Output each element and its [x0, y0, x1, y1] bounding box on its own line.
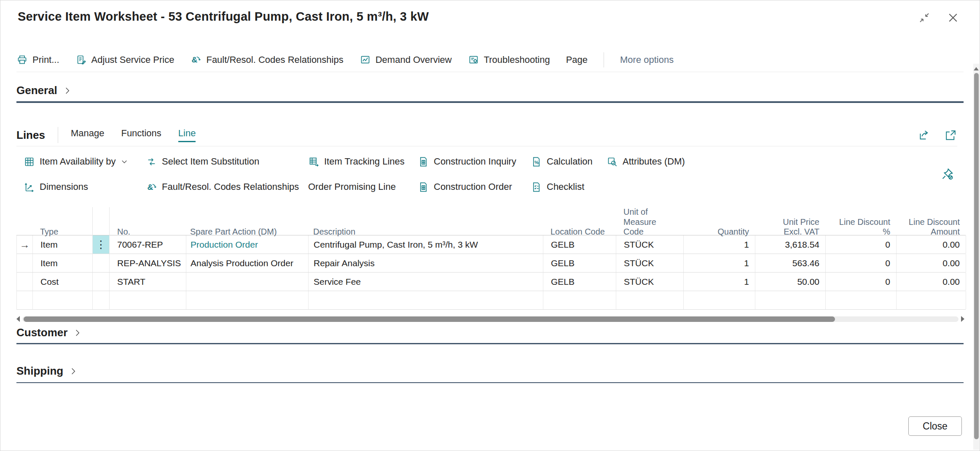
item-tracking-lines-button[interactable]: Item Tracking Lines: [308, 156, 418, 167]
no-cell[interactable]: REP-ANALYSIS: [110, 254, 186, 272]
type-cell[interactable]: Cost: [33, 273, 93, 291]
description-cell[interactable]: Service Fee: [309, 273, 543, 291]
open-in-new-window-icon[interactable]: [944, 129, 957, 142]
line-discount-amount-cell[interactable]: 0.00: [897, 235, 966, 254]
unit-price-cell[interactable]: [755, 291, 826, 309]
spare-part-action-cell[interactable]: Production Order: [186, 235, 309, 254]
share-icon[interactable]: [918, 129, 931, 142]
lines-divider: [58, 127, 58, 143]
line-discount-amount-cell[interactable]: [897, 291, 966, 309]
description-cell[interactable]: Repair Analysis: [309, 254, 543, 272]
close-button[interactable]: Close: [908, 416, 962, 436]
quantity-cell[interactable]: 1: [684, 273, 755, 291]
troubleshooting-button[interactable]: Troubleshooting: [468, 54, 550, 65]
chevron-right-icon: [63, 86, 72, 96]
type-cell[interactable]: Item: [33, 254, 93, 272]
vertical-scrollbar[interactable]: [973, 64, 979, 450]
location-code-cell[interactable]: GELB: [543, 273, 616, 291]
type-cell[interactable]: Item: [33, 235, 93, 254]
quantity-cell[interactable]: [684, 291, 755, 309]
horizontal-scrollbar-thumb[interactable]: [24, 316, 835, 322]
scroll-left-arrow-icon[interactable]: [16, 316, 20, 322]
line-discount-pct-cell[interactable]: [826, 291, 897, 309]
tab-manage[interactable]: Manage: [71, 128, 105, 142]
construction-document-icon: [418, 181, 429, 193]
window-controls: [918, 11, 959, 24]
fault-resol-codes-line-button[interactable]: & Fault/Resol. Codes Relationships: [146, 181, 308, 193]
construction-document-icon: [418, 156, 429, 167]
shipping-section-header[interactable]: Shipping: [16, 365, 964, 378]
close-window-icon[interactable]: [947, 11, 959, 24]
unit-price-cell[interactable]: 3,618.54: [755, 235, 826, 254]
unit-price-cell[interactable]: 50.00: [755, 273, 826, 291]
dimensions-axes-icon: [24, 181, 35, 193]
lines-part-icons: [918, 129, 957, 142]
line-discount-pct-cell[interactable]: 0: [826, 235, 897, 254]
line-discount-amount-cell[interactable]: 0.00: [897, 254, 966, 272]
row-indicator-cell: [17, 254, 33, 272]
spare-part-action-cell[interactable]: [186, 273, 309, 291]
dimensions-button[interactable]: Dimensions: [24, 181, 146, 193]
scroll-right-arrow-icon[interactable]: [961, 316, 964, 322]
location-code-cell[interactable]: GELB: [543, 254, 616, 272]
general-section-header[interactable]: General: [16, 84, 964, 97]
svg-text:%: %: [534, 160, 539, 165]
unit-of-measure-cell[interactable]: STÜCK: [616, 273, 684, 291]
calculation-button[interactable]: % Calculation: [531, 156, 607, 167]
quantity-cell[interactable]: 1: [684, 235, 755, 254]
checklist-button[interactable]: Checklist: [531, 181, 607, 193]
percent-document-icon: %: [531, 156, 542, 167]
line-discount-pct-cell[interactable]: 0: [826, 273, 897, 291]
fault-resol-codes-button[interactable]: & Fault/Resol. Codes Relationships: [190, 54, 343, 65]
no-cell[interactable]: 70067-REP: [110, 235, 186, 254]
adjust-service-price-button[interactable]: Adjust Service Price: [75, 54, 175, 65]
page-menu-button[interactable]: Page: [566, 54, 588, 65]
description-cell[interactable]: [309, 291, 543, 309]
quantity-cell[interactable]: 1: [684, 254, 755, 272]
type-cell[interactable]: [33, 291, 93, 309]
demand-overview-button[interactable]: Demand Overview: [360, 54, 452, 65]
description-cell[interactable]: Centrifugal Pump, Cast Iron, 5 m³/h, 3 k…: [309, 235, 543, 254]
unit-of-measure-cell[interactable]: STÜCK: [616, 235, 684, 254]
item-availability-by-button[interactable]: Item Availability by: [24, 156, 146, 167]
unit-of-measure-cell[interactable]: [616, 291, 684, 309]
print-button[interactable]: Print...: [16, 54, 59, 65]
no-cell[interactable]: [110, 291, 186, 309]
no-cell[interactable]: START: [110, 273, 186, 291]
row-indicator-cell: →: [17, 235, 33, 254]
section-shipping: Shipping: [16, 361, 964, 383]
unit-of-measure-cell[interactable]: STÜCK: [616, 254, 684, 272]
tab-functions[interactable]: Functions: [121, 128, 161, 142]
spare-part-action-cell[interactable]: [186, 291, 309, 309]
location-code-cell[interactable]: GELB: [543, 235, 616, 254]
grid-icon: [24, 156, 35, 167]
tab-line[interactable]: Line: [178, 128, 196, 142]
service-lines-table: Type No. Spare Part Action (DM) Descript…: [16, 207, 966, 310]
row-options-cell[interactable]: [93, 254, 110, 272]
customer-section-header[interactable]: Customer: [16, 326, 964, 339]
horizontal-scrollbar-track[interactable]: [22, 316, 959, 322]
table-row: Cost START Service Fee GELB STÜCK 1 50.0…: [16, 273, 966, 291]
unit-price-cell[interactable]: 563.46: [755, 254, 826, 272]
more-options-button[interactable]: More options: [620, 54, 674, 65]
row-options-cell[interactable]: [93, 291, 110, 309]
table-row: Item REP-ANALYSIS Analysis Production Or…: [16, 254, 966, 273]
construction-order-button[interactable]: Construction Order: [418, 181, 531, 193]
magnifier-box-icon: [607, 156, 618, 167]
chevron-right-icon: [69, 366, 78, 376]
restore-window-icon[interactable]: [918, 11, 931, 24]
line-discount-pct-cell[interactable]: 0: [826, 254, 897, 272]
row-options-cell[interactable]: ⋮: [93, 235, 110, 254]
line-discount-amount-cell[interactable]: 0.00: [897, 273, 966, 291]
unpin-pane-icon[interactable]: [940, 167, 954, 181]
attributes-dm-button[interactable]: Attributes (DM): [607, 156, 925, 167]
select-item-substitution-button[interactable]: Select Item Substitution: [146, 156, 308, 167]
order-promising-line-button[interactable]: Order Promising Line: [308, 181, 418, 192]
row-options-cell[interactable]: [93, 273, 110, 291]
location-code-cell[interactable]: [543, 291, 616, 309]
vertical-scrollbar-thumb[interactable]: [974, 73, 979, 439]
substitution-icon: [146, 156, 157, 167]
scroll-up-arrow-icon[interactable]: [974, 67, 979, 70]
construction-inquiry-button[interactable]: Construction Inquiry: [418, 156, 531, 167]
spare-part-action-cell[interactable]: Analysis Production Order: [186, 254, 309, 272]
